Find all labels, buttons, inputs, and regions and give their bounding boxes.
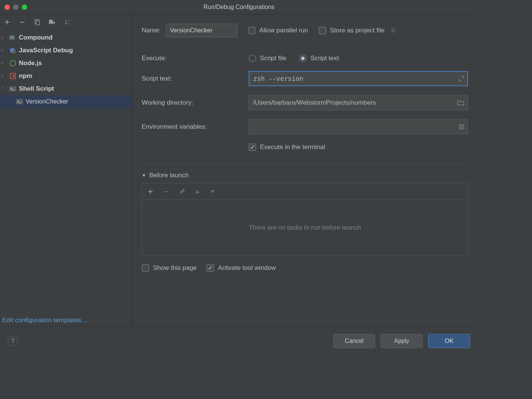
env-label: Environment variables:	[142, 123, 249, 131]
script-text-label: Script text:	[142, 75, 249, 82]
name-input[interactable]	[166, 24, 237, 37]
tree-item-label: JavaScript Debug	[19, 47, 73, 54]
working-dir-input[interactable]	[249, 95, 468, 110]
before-launch-label: Before launch	[149, 172, 189, 179]
tree-item-version-checker[interactable]: VersionChecker	[0, 95, 131, 108]
add-task-icon[interactable]	[147, 189, 153, 195]
window-title: Run/Debug Configurations	[0, 4, 478, 11]
working-dir-label: Working directory:	[142, 99, 249, 107]
config-tree: › Compound › JavaScript Debug › Node.js	[0, 30, 131, 108]
svg-line-18	[391, 32, 392, 33]
svg-line-17	[395, 32, 396, 33]
shell-script-icon	[9, 85, 17, 93]
tree-item-label: VersionChecker	[26, 98, 68, 105]
task-toolbar	[142, 183, 468, 200]
cancel-button[interactable]: Cancel	[333, 334, 375, 348]
list-icon[interactable]	[459, 124, 464, 129]
svg-rect-10	[16, 99, 23, 104]
script-text-input[interactable]	[249, 71, 468, 86]
traffic-lights	[0, 5, 27, 10]
show-page-label: Show this page	[153, 264, 197, 272]
expand-icon[interactable]	[459, 76, 464, 81]
tree-item-label: npm	[19, 72, 32, 80]
store-project-checkbox[interactable]	[319, 27, 326, 34]
js-debug-icon	[9, 47, 17, 54]
sidebar: az › Compound › JavaScript Debug ›	[0, 15, 132, 326]
config-form: Name: Allow parallel run Store as projec…	[132, 15, 478, 326]
env-input[interactable]	[249, 119, 468, 134]
tree-item-shell-script[interactable]: › Shell Script	[0, 82, 131, 95]
svg-rect-1	[36, 21, 40, 25]
script-file-radio[interactable]	[249, 55, 256, 62]
show-page-checkbox[interactable]	[142, 264, 149, 272]
allow-parallel-checkbox[interactable]	[248, 27, 255, 34]
chevron-right-icon: ›	[2, 35, 7, 40]
help-button[interactable]: ?	[8, 336, 18, 346]
tree-item-label: Node.js	[19, 59, 42, 67]
apply-button[interactable]: Apply	[381, 334, 423, 348]
activate-window-checkbox[interactable]	[206, 264, 214, 272]
move-down-icon[interactable]	[210, 190, 215, 193]
move-up-icon[interactable]	[195, 190, 200, 193]
tree-item-npm[interactable]: › npm	[0, 70, 131, 82]
sidebar-toolbar: az	[0, 15, 131, 30]
tree-item-compound[interactable]: › Compound	[0, 31, 131, 44]
before-launch-header[interactable]: ▼ Before launch	[142, 172, 468, 179]
script-file-radio-label: Script file	[260, 55, 286, 62]
copy-config-icon[interactable]	[33, 18, 41, 26]
script-text-radio[interactable]	[299, 55, 307, 62]
activate-window-label: Activate tool window	[218, 264, 276, 272]
name-label: Name:	[142, 27, 161, 34]
script-text-radio-label: Script text	[310, 55, 339, 62]
add-config-icon[interactable]	[3, 18, 11, 26]
folder-icon[interactable]	[457, 100, 464, 105]
titlebar: Run/Debug Configurations	[0, 0, 478, 14]
svg-text:z: z	[68, 22, 69, 26]
tree-item-label: Compound	[19, 34, 53, 41]
edit-templates-link[interactable]: Edit configuration templates…	[2, 317, 88, 324]
execute-terminal-label: Execute in the terminal	[260, 143, 325, 151]
chevron-down-icon: ▼	[142, 173, 146, 178]
edit-task-icon[interactable]	[179, 189, 185, 195]
tree-item-nodejs[interactable]: › Node.js	[0, 57, 131, 70]
close-window-button[interactable]	[5, 5, 10, 10]
execute-terminal-checkbox[interactable]	[249, 143, 256, 151]
svg-line-19	[395, 29, 396, 29]
shell-script-icon	[16, 98, 23, 105]
tree-item-js-debug[interactable]: › JavaScript Debug	[0, 44, 131, 57]
npm-icon	[9, 72, 17, 80]
svg-point-6	[13, 50, 16, 53]
tree-item-label: Shell Script	[19, 85, 54, 93]
remove-task-icon[interactable]	[163, 189, 169, 195]
minimize-window-button[interactable]	[13, 5, 18, 10]
svg-rect-8	[13, 75, 14, 78]
sort-icon[interactable]: az	[63, 18, 72, 26]
chevron-down-icon: ›	[0, 85, 8, 93]
store-project-label: Store as project file	[330, 27, 385, 34]
maximize-window-button[interactable]	[22, 5, 27, 10]
remove-config-icon[interactable]	[18, 18, 26, 26]
no-tasks-text: There are no tasks to run before launch	[249, 224, 361, 231]
ok-button[interactable]: OK	[428, 334, 470, 348]
svg-point-11	[392, 29, 394, 32]
execute-label: Execute:	[142, 55, 249, 62]
chevron-right-icon: ›	[2, 61, 7, 66]
chevron-right-icon: ›	[2, 48, 7, 53]
chevron-right-icon: ›	[2, 73, 7, 79]
nodejs-icon	[9, 59, 17, 67]
svg-rect-9	[9, 86, 16, 91]
save-template-icon[interactable]	[48, 18, 57, 26]
compound-icon	[9, 34, 17, 41]
allow-parallel-label: Allow parallel run	[259, 27, 308, 34]
gear-icon[interactable]	[390, 27, 397, 34]
footer: ? Cancel Apply OK	[0, 327, 478, 355]
task-list: There are no tasks to run before launch	[142, 200, 468, 256]
svg-line-16	[391, 29, 392, 29]
